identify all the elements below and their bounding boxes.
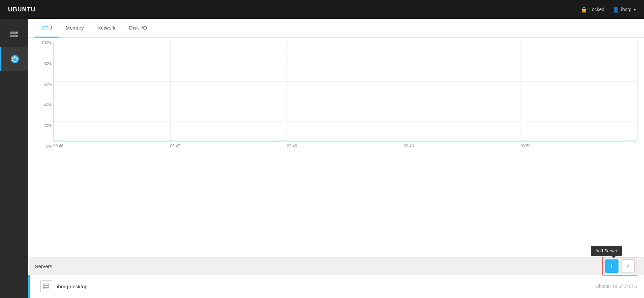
x-label-2: 09:47	[170, 144, 180, 148]
grid-h-1	[54, 41, 637, 41]
topbar-right: 🔒 Locked 👤 iborg ▾	[581, 6, 636, 13]
y-label-0: 0%	[37, 144, 52, 148]
grid-v-5	[521, 41, 521, 141]
grid-v-6	[637, 41, 638, 141]
grid-h-4	[54, 101, 637, 101]
grid-v-4	[404, 41, 404, 141]
x-label-1: 09:46	[53, 144, 63, 148]
x-axis: 09:46 09:47 09:48 09:49 09:50	[53, 142, 637, 148]
y-label-60: 60%	[37, 82, 52, 86]
grid-v-3	[287, 41, 287, 141]
y-label-40: 40%	[37, 103, 52, 107]
x-label-3: 09:48	[287, 144, 297, 148]
server-item-icon	[40, 280, 52, 292]
add-server-button[interactable]: +	[605, 259, 619, 273]
add-server-tooltip: Add Server	[591, 246, 622, 256]
svg-point-7	[16, 58, 17, 59]
sidebar-item-servers[interactable]	[0, 23, 28, 47]
tab-diskio[interactable]: Disk I/O	[122, 19, 154, 38]
grid-v-1	[54, 41, 54, 141]
server-name: iborg-desktop	[57, 284, 88, 289]
svg-point-5	[12, 58, 13, 59]
servers-icon	[9, 30, 19, 40]
server-indicator	[28, 275, 30, 298]
y-axis: 100% 80% 60% 40% 20% 0%	[37, 41, 52, 148]
user-menu[interactable]: 👤 iborg ▾	[612, 6, 636, 13]
grid-h-3	[54, 81, 637, 82]
sidebar-item-dashboard[interactable]	[0, 47, 28, 71]
tabs-bar: CPU Memory Network Disk I/O	[28, 19, 644, 38]
tab-memory[interactable]: Memory	[59, 19, 91, 38]
dashboard-icon	[9, 54, 20, 64]
y-label-80: 80%	[37, 62, 52, 66]
lock-label: Locked	[589, 7, 604, 12]
app-title: UBUNTU	[8, 6, 36, 13]
confirm-button[interactable]: ✓	[621, 259, 635, 273]
svg-point-2	[16, 32, 17, 33]
topbar: UBUNTU 🔒 Locked 👤 iborg ▾	[0, 0, 644, 19]
chart-wrapper	[53, 41, 637, 142]
x-label-4: 09:49	[404, 144, 414, 148]
y-label-20: 20%	[37, 123, 52, 128]
chart-area: 100% 80% 60% 40% 20% 0%	[28, 38, 644, 257]
cpu-chart-line	[54, 141, 637, 141]
chart-outer: 100% 80% 60% 40% 20% 0%	[35, 41, 637, 148]
plus-icon: +	[610, 262, 614, 270]
servers-title: Servers	[35, 263, 52, 269]
svg-point-3	[16, 36, 17, 37]
svg-point-12	[48, 286, 49, 287]
server-os: Ubuntu 18.04.5 LTS	[596, 284, 637, 289]
x-label-5: 09:50	[521, 144, 531, 148]
check-icon: ✓	[626, 263, 630, 269]
server-list: iborg-desktop Ubuntu 18.04.5 LTS	[28, 275, 644, 298]
svg-point-6	[14, 56, 15, 58]
tab-cpu[interactable]: CPU	[35, 19, 59, 38]
lock-status: 🔒 Locked	[581, 6, 604, 13]
servers-section: Servers Add Server + ✓	[28, 257, 644, 298]
content-area: CPU Memory Network Disk I/O 100% 80% 60%…	[28, 19, 644, 298]
svg-point-11	[48, 284, 49, 285]
sidebar	[0, 19, 28, 298]
table-row[interactable]: iborg-desktop Ubuntu 18.04.5 LTS	[28, 275, 644, 298]
tab-network[interactable]: Network	[91, 19, 122, 38]
grid-v-2	[170, 41, 171, 141]
user-icon: 👤	[612, 6, 619, 13]
tooltip-container: Add Server +	[605, 259, 619, 273]
lock-icon: 🔒	[581, 6, 587, 13]
servers-header: Servers Add Server + ✓	[28, 257, 644, 275]
grid-h-5	[54, 121, 637, 121]
main-layout: CPU Memory Network Disk I/O 100% 80% 60%…	[0, 19, 644, 298]
username: iborg	[621, 7, 632, 12]
servers-actions-outline: Add Server + ✓	[602, 257, 637, 276]
svg-rect-10	[44, 288, 49, 289]
y-label-100: 100%	[37, 41, 52, 45]
grid-h-2	[54, 61, 637, 61]
chevron-down-icon: ▾	[634, 7, 636, 12]
